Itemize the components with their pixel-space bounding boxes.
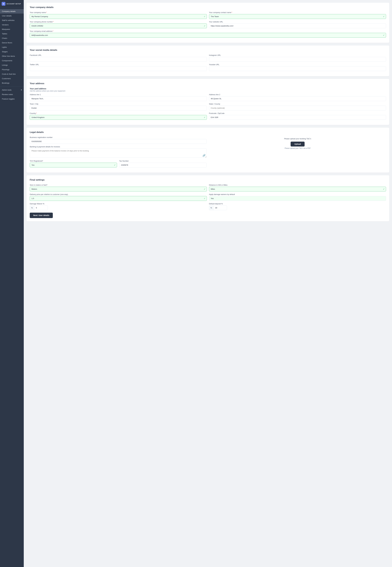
waiver-label: Damage Waiver %	[30, 203, 207, 205]
delivery-label: Delivery price per mile/km to customer (…	[30, 193, 207, 195]
email-label: Your company email address*	[30, 30, 386, 32]
address-title: Your address	[30, 82, 386, 85]
next-button[interactable]: Next: User details	[30, 213, 53, 218]
town-county-row: Town / City State / County	[30, 103, 386, 110]
reg-number-group: Business registration number	[30, 136, 207, 144]
sidebar-item-company-details[interactable]: Company details	[0, 9, 24, 14]
sidebar-item-marquees[interactable]: Marquees	[0, 27, 24, 31]
phone-input[interactable]	[30, 24, 207, 28]
sidebar-item-costs-sub-hire[interactable]: Costs & Sub hire	[0, 72, 24, 76]
twitter-group: Twitter URL	[30, 64, 207, 71]
app-title: ACCOUNT SETUP	[7, 3, 21, 5]
sidebar-item-user-details[interactable]: User details	[0, 14, 24, 18]
upload-button[interactable]: Upload	[291, 142, 305, 146]
tax-number-input[interactable]	[119, 163, 207, 167]
country-input[interactable]	[30, 115, 207, 120]
address2-input[interactable]	[209, 96, 386, 101]
country-group: Country* ✓	[30, 112, 207, 120]
final-settings-section: Final settings Size in meters or feet? M…	[27, 175, 389, 221]
county-input[interactable]	[209, 106, 386, 110]
website-input[interactable]	[209, 24, 386, 28]
damage-default-label: Apply damage waivers by default	[209, 193, 386, 195]
sidebar-header: M ACCOUNT SETUP	[0, 0, 24, 8]
sidebar-item-customers[interactable]: Customers	[0, 76, 24, 81]
contact-name-wrapper: ✓	[209, 14, 386, 19]
town-input[interactable]	[30, 106, 207, 110]
website-label: Your website URL	[209, 21, 386, 23]
address2-group: Address line 2	[209, 94, 386, 101]
sidebar-item-lights[interactable]: Lights	[0, 45, 24, 49]
waiver-input[interactable]	[34, 205, 48, 210]
youtube-wrapper	[209, 66, 386, 71]
legal-title: Legal details	[30, 131, 386, 134]
instagram-input[interactable]	[209, 57, 386, 62]
contact-name-group: Your company contact name* ✓	[209, 11, 386, 19]
country-postcode-row: Country* ✓ Postcode / ZipCode	[30, 112, 386, 120]
county-label: State / County	[209, 103, 386, 105]
size-group: Size in meters or feet? Meters Feet ✓	[30, 184, 207, 191]
email-group: Your company email address* ✓	[30, 30, 386, 38]
upload-label: Please upload your booking T&C's	[284, 138, 311, 140]
sidebar-item-feature-toggles[interactable]: Feature toggles	[0, 97, 24, 101]
distance-select[interactable]: Miles KM	[209, 187, 386, 191]
twitter-input[interactable]	[30, 66, 207, 71]
sidebar-item-chairs[interactable]: Chairs	[0, 36, 24, 41]
sidebar-item-staff-vehicles[interactable]: Staff & vehicles	[0, 18, 24, 23]
county-group: State / County	[209, 103, 386, 110]
email-wrapper: ✓	[30, 33, 386, 38]
sidebar-item-linings[interactable]: Linings	[0, 63, 24, 67]
banking-textarea[interactable]	[30, 148, 207, 158]
country-label: Country*	[30, 112, 207, 114]
waiver-deposit-row: Damage Waiver % % Default deposit % %	[30, 203, 386, 210]
postcode-input[interactable]	[209, 115, 386, 120]
damage-default-select[interactable]: Yes No	[209, 196, 386, 201]
twitter-label: Twitter URL	[30, 64, 207, 66]
company-name-input[interactable]	[30, 14, 207, 19]
address1-input[interactable]	[30, 96, 207, 101]
tax-registered-select[interactable]: Yes No	[30, 163, 117, 167]
address2-wrapper	[209, 96, 386, 101]
sidebar-item-review-notes[interactable]: Review notes	[0, 92, 24, 97]
website-group: Your website URL	[209, 21, 386, 28]
sidebar-item-admin-tools[interactable]: Admin tools ▾	[0, 87, 24, 92]
sidebar-item-vendors[interactable]: Vendors	[0, 23, 24, 27]
sidebar-item-bookings[interactable]: Bookings	[0, 81, 24, 85]
phone-group: Your company phone number* ✓	[30, 21, 207, 28]
twitter-youtube-row: Twitter URL Youtube URL	[30, 64, 386, 71]
website-wrapper	[209, 24, 386, 28]
sidebar-item-components[interactable]: Components	[0, 58, 24, 63]
chevron-down-icon: ▾	[21, 89, 22, 91]
waiver-group: Damage Waiver % %	[30, 203, 207, 210]
yard-address-hint: Add the address where you store your equ…	[30, 90, 386, 92]
address-line-row: Address line 1 Address line 2	[30, 94, 386, 101]
address1-label: Address line 1	[30, 94, 207, 96]
email-input[interactable]	[30, 33, 386, 38]
sidebar-item-stages[interactable]: Stages	[0, 49, 24, 54]
deposit-group: Default deposit % %	[209, 203, 386, 210]
deposit-label: Default deposit %	[209, 203, 386, 205]
address2-label: Address line 2	[209, 94, 386, 96]
emoji-icon[interactable]: 🔗	[203, 154, 206, 157]
sidebar-item-dance-floors[interactable]: Dance floors	[0, 41, 24, 45]
sidebar-item-other-hire-items[interactable]: Other hire items	[0, 54, 24, 58]
size-select[interactable]: Meters Feet	[30, 187, 207, 191]
deposit-input-row: %	[209, 205, 386, 210]
legal-left: Business registration number Banking & p…	[30, 136, 207, 169]
contact-name-input[interactable]	[209, 14, 386, 19]
damage-default-group: Apply damage waivers by default Yes No	[209, 193, 386, 201]
sidebar-item-tables[interactable]: Tables	[0, 31, 24, 36]
youtube-input[interactable]	[209, 66, 386, 71]
tax-registered-wrapper: Yes No ✓	[30, 163, 117, 167]
facebook-label: Facebook URL	[30, 54, 207, 56]
facebook-input[interactable]	[30, 57, 207, 62]
reg-number-input[interactable]	[30, 139, 207, 144]
town-wrapper	[30, 106, 207, 110]
waiver-input-row: %	[30, 205, 207, 210]
address-section: Your address Your yard address Add the a…	[27, 79, 389, 125]
size-label: Size in meters or feet?	[30, 184, 207, 186]
twitter-wrapper	[30, 66, 207, 71]
sidebar-item-floorings[interactable]: Floorings	[0, 67, 24, 72]
deposit-input[interactable]	[213, 205, 227, 210]
delivery-select[interactable]: 1.0	[30, 196, 207, 201]
social-media-section: Your social media details Facebook URL I…	[27, 45, 389, 76]
